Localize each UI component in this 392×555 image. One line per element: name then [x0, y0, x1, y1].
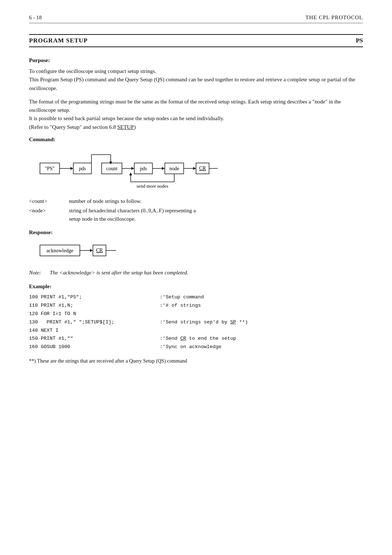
purpose-heading: Purpose:	[29, 57, 363, 64]
page-number: 6 - 18	[29, 15, 42, 21]
command-diagram-svg: "PS" pds count pds	[29, 149, 276, 189]
code-row-5: 140 NEXT I	[29, 327, 363, 335]
code-row-3: 120 FOR I=1 TO N	[29, 310, 363, 318]
command-heading: Command:	[29, 136, 363, 143]
page-header: 6 - 18 THE CPL PROTOCOL	[29, 15, 363, 23]
cr-underline: CR	[180, 336, 186, 341]
svg-marker-27	[129, 172, 132, 175]
svg-text:acknowledge: acknowledge	[46, 248, 73, 253]
command-section: Command: "PS" pds count	[29, 136, 363, 223]
code-right-1: :'Setup command	[160, 293, 363, 302]
param-desc-count: number of node strings to follow.	[69, 197, 363, 205]
note-label: Note:	[29, 270, 41, 276]
code-row-1: 100 PRINT #1,"PS"; :'Setup command	[29, 293, 363, 302]
section-bar: PROGRAM SETUP PS	[29, 34, 363, 47]
param-row-count: <count> number of node strings to follow…	[29, 197, 363, 205]
code-left-6: 150 PRINT #1,""	[29, 335, 160, 343]
code-right-2: :'# of strings	[160, 302, 363, 310]
code-left-4: 130 PRINT #1," ";SETUP$[I];	[29, 318, 160, 327]
code-row-4: 130 PRINT #1," ";SETUP$[I]; :'Send strin…	[29, 318, 363, 327]
purpose-para-1: To configure the oscilloscope using comp…	[29, 67, 363, 93]
section-title: PROGRAM SETUP	[29, 37, 88, 44]
svg-text:count: count	[106, 166, 117, 171]
code-left-1: 100 PRINT #1,"PS";	[29, 293, 160, 302]
note-text: Note: The <acknowledge> is sent after th…	[29, 269, 363, 277]
response-diagram: acknowledge CR	[29, 241, 363, 262]
svg-text:node: node	[169, 166, 179, 171]
param-name-count: <count>	[29, 197, 69, 205]
svg-marker-21	[193, 167, 196, 170]
section-abbr: PS	[356, 37, 363, 44]
example-heading: Example:	[29, 283, 363, 290]
svg-text:send more nodes: send more nodes	[136, 183, 168, 189]
code-right-6: :'Send CR to end the setup	[160, 335, 363, 343]
param-list: <count> number of node strings to follow…	[29, 197, 363, 223]
code-row-7: 160 GOSUB 1000 :'Sync on acknowledge	[29, 343, 363, 351]
code-right-5	[160, 327, 363, 335]
svg-marker-13	[131, 167, 134, 170]
purpose-para-2: The format of the programming strings mu…	[29, 98, 363, 131]
code-left-3: 120 FOR I=1 TO N	[29, 310, 160, 318]
code-row-2: 110 PRINT #1,N; :'# of strings	[29, 302, 363, 310]
response-section: Response: acknowledge CR	[29, 229, 363, 262]
note-content: The <acknowledge> is sent after the setu…	[50, 270, 188, 276]
footnote: **) These are the strings that are recei…	[29, 357, 363, 365]
svg-text:"PS": "PS"	[45, 166, 54, 171]
sp-underline: SP	[230, 319, 236, 325]
code-block: 100 PRINT #1,"PS"; :'Setup command 110 P…	[29, 293, 363, 352]
code-right-4: :'Send strings sep'd by SP **)	[160, 318, 363, 327]
setup-link: SETUP	[117, 124, 134, 130]
code-right-7: :'Sync on acknowledge	[160, 343, 363, 351]
example-section: Example: 100 PRINT #1,"PS"; :'Setup comm…	[29, 283, 363, 352]
code-left-7: 160 GOSUB 1000	[29, 343, 160, 351]
svg-marker-33	[90, 249, 93, 252]
code-row-6: 150 PRINT #1,"" :'Send CR to end the set…	[29, 335, 363, 343]
response-diagram-svg: acknowledge CR	[29, 241, 145, 261]
param-name-node: <node>	[29, 207, 69, 223]
svg-text:pds: pds	[79, 166, 86, 171]
code-left-5: 140 NEXT I	[29, 327, 160, 335]
svg-marker-3	[70, 167, 73, 170]
code-left-2: 110 PRINT #1,N;	[29, 302, 160, 310]
response-heading: Response:	[29, 229, 363, 236]
svg-marker-17	[162, 167, 165, 170]
code-right-3	[160, 310, 363, 318]
svg-text:pds: pds	[140, 166, 147, 171]
purpose-section: Purpose: To configure the oscilloscope u…	[29, 57, 363, 131]
svg-text:CR: CR	[96, 248, 103, 253]
command-diagram: "PS" pds count pds	[29, 149, 363, 189]
param-row-node: <node> string of hexadecimal characters …	[29, 207, 363, 223]
param-desc-node: string of hexadecimal characters (0..9,A…	[69, 207, 363, 223]
chapter-title: THE CPL PROTOCOL	[305, 15, 363, 21]
svg-text:CR: CR	[199, 166, 206, 171]
